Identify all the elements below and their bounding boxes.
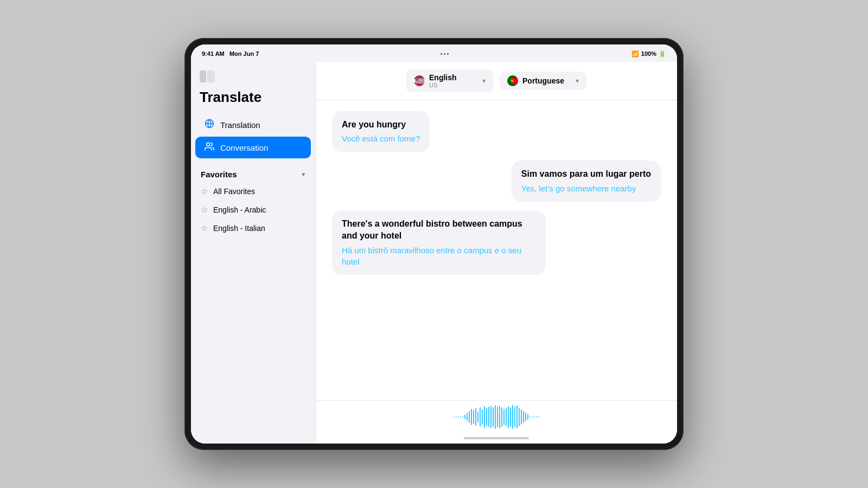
favorite-item-arabic[interactable]: ☆ English - Arabic: [195, 201, 311, 219]
bubble-3: There's a wonderful bistro between campu…: [332, 210, 546, 275]
wave-bar: [477, 412, 478, 422]
wave-bar: [469, 411, 470, 423]
conversation-icon: [204, 142, 215, 153]
audio-waveform: [327, 405, 666, 429]
language-bar: 🇺🇸 English US ▾ 🇵🇹 Portuguese ▾: [316, 62, 677, 100]
wave-bar: [493, 407, 494, 427]
wave-bar: [464, 415, 465, 419]
conversation-label: Conversation: [220, 143, 268, 152]
svg-rect-0: [200, 70, 206, 82]
source-language-dropdown[interactable]: 🇺🇸 English US ▾: [406, 69, 493, 92]
wave-dot: [529, 416, 531, 418]
waveform-bar: [316, 400, 677, 433]
wave-bar: [497, 407, 498, 427]
wave-dot: [462, 416, 463, 418]
wave-bar: [514, 407, 515, 427]
sidebar-toggle-icon[interactable]: [200, 70, 215, 82]
ipad-frame: 9:41 AM Mon Jun 7 ••• 📶 100% 🔋: [184, 38, 684, 450]
wave-dot: [454, 416, 455, 418]
favorites-section: Favorites ▾ ☆ All Favorites ☆ English - …: [191, 166, 315, 237]
conversation-area: Are you hungry Você está com fome? Sim v…: [316, 100, 677, 400]
wave-bar: [510, 407, 511, 427]
wave-bar: [488, 407, 489, 427]
wave-bar: [482, 409, 483, 425]
target-flag: 🇵🇹: [507, 75, 518, 86]
wave-bar: [473, 410, 474, 424]
star-icon-all: ☆: [201, 187, 208, 196]
wave-bar: [521, 409, 522, 425]
translation-icon: [204, 119, 215, 131]
target-language-dropdown[interactable]: 🇵🇹 Portuguese ▾: [500, 72, 586, 90]
bubble-1-translation: Você está com fome?: [342, 133, 420, 144]
battery-level: 100%: [641, 50, 656, 57]
wave-bar: [471, 409, 472, 425]
wave-bar: [503, 409, 505, 425]
wave-bar: [508, 406, 509, 428]
bubble-3-translation: Há um bistrô maravilhoso entre o campus …: [342, 245, 536, 267]
sidebar-item-translation[interactable]: Translation: [195, 114, 311, 136]
favorite-label-arabic: English - Arabic: [213, 206, 266, 214]
ipad-screen: 9:41 AM Mon Jun 7 ••• 📶 100% 🔋: [191, 44, 677, 444]
wave-dot: [538, 416, 539, 418]
sidebar-item-conversation[interactable]: Conversation: [195, 137, 311, 158]
wave-bar: [527, 414, 528, 420]
bubble-2-translation: Yes, let's go somewhere nearby: [521, 183, 651, 194]
favorite-label-all: All Favorites: [213, 187, 255, 196]
bubble-1-content[interactable]: Are you hungry Você está com fome?: [332, 111, 430, 152]
favorites-title: Favorites: [201, 170, 237, 179]
status-bar: 9:41 AM Mon Jun 7 ••• 📶 100% 🔋: [191, 44, 677, 62]
wave-dot: [460, 416, 461, 418]
main-panel: 🇺🇸 English US ▾ 🇵🇹 Portuguese ▾: [316, 62, 677, 444]
wave-bar: [525, 413, 526, 421]
bubble-2: Sim vamos para um lugar perto Yes, let's…: [512, 160, 661, 201]
wave-bar: [506, 408, 507, 426]
favorites-header[interactable]: Favorites ▾: [195, 166, 311, 182]
wave-dot: [532, 416, 533, 418]
sidebar: Translate Translation: [191, 62, 316, 444]
home-indicator: [316, 433, 677, 444]
bubble-2-original: Sim vamos para um lugar perto: [521, 168, 651, 180]
wave-bar: [516, 406, 518, 428]
app-title: Translate: [191, 87, 315, 113]
wave-dot: [536, 416, 537, 418]
wave-bar: [512, 405, 513, 429]
bubble-1: Are you hungry Você está com fome?: [332, 111, 430, 152]
star-icon-italian: ☆: [201, 223, 208, 233]
wave-dot: [456, 416, 457, 418]
app-body: Translate Translation: [191, 62, 677, 444]
favorite-label-italian: English - Italian: [213, 224, 265, 233]
favorite-item-all[interactable]: ☆ All Favorites: [195, 182, 311, 201]
translation-label: Translation: [220, 120, 260, 130]
status-time: 9:41 AM Mon Jun 7: [202, 50, 259, 57]
home-bar: [464, 437, 529, 439]
wifi-icon: 📶: [631, 50, 639, 57]
status-right: 📶 100% 🔋: [631, 50, 666, 57]
status-dots: •••: [441, 50, 450, 57]
bubble-2-content[interactable]: Sim vamos para um lugar perto Yes, let's…: [512, 160, 661, 201]
wave-bar: [490, 406, 492, 428]
wave-dot: [458, 416, 459, 418]
wave-bar: [495, 405, 496, 429]
bubble-3-original: There's a wonderful bistro between campu…: [342, 218, 536, 242]
wave-bar: [501, 407, 502, 427]
wave-bar: [480, 407, 481, 427]
favorites-chevron-icon: ▾: [302, 170, 305, 178]
bubble-3-content[interactable]: There's a wonderful bistro between campu…: [332, 210, 546, 275]
wave-dot: [534, 416, 535, 418]
wave-bar: [486, 408, 487, 426]
wave-bar: [467, 413, 468, 421]
source-lang-chevron-icon: ▾: [482, 77, 486, 85]
source-flag: 🇺🇸: [414, 75, 425, 86]
source-lang-name: English: [429, 73, 457, 82]
source-lang-sub: US: [429, 82, 457, 88]
target-lang-chevron-icon: ▾: [576, 77, 579, 85]
wave-bar: [484, 406, 485, 428]
wave-bar: [523, 411, 524, 423]
wave-bar: [519, 408, 520, 426]
wave-bar: [499, 406, 500, 428]
svg-point-4: [207, 143, 210, 146]
bubble-1-original: Are you hungry: [342, 119, 420, 131]
wave-bar: [475, 408, 476, 426]
battery-icon: 🔋: [659, 50, 666, 57]
favorite-item-italian[interactable]: ☆ English - Italian: [195, 219, 311, 237]
